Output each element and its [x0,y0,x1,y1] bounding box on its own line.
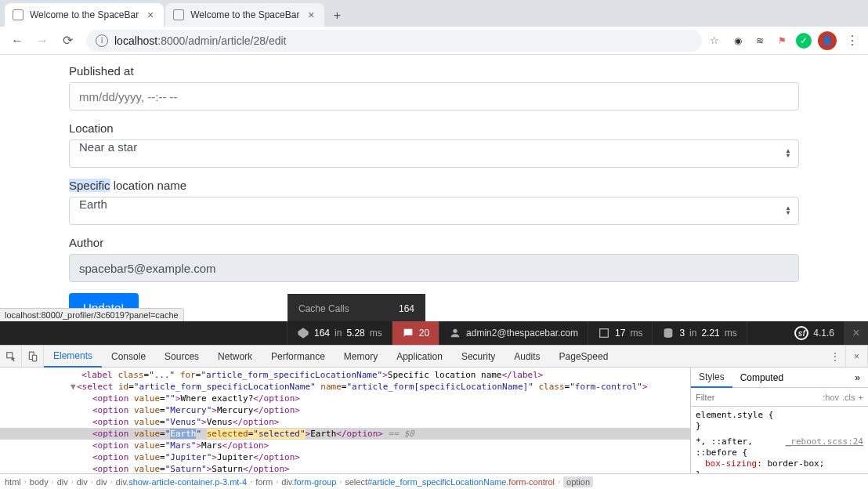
svg-rect-1 [600,329,609,338]
devtools-tab-console[interactable]: Console [102,346,155,368]
symfony-toolbar: 164 in 5.28 ms 20 admin2@thespacebar.com… [0,321,868,345]
location-select[interactable]: Near a star [69,139,799,168]
sf-time-panel[interactable]: 17 ms [588,321,653,345]
browser-toolbar: ← → ⟳ i localhost:8000/admin/article/28/… [0,27,868,55]
devtools-tab-pagespeed[interactable]: PageSpeed [550,346,618,368]
breadcrumb-item[interactable]: html [5,477,21,487]
devtools-tab-application[interactable]: Application [387,346,452,368]
user-icon [449,327,461,339]
bookmark-icon[interactable]: ☆ [710,34,719,46]
devtools-tab-security[interactable]: Security [452,346,505,368]
layers-icon [297,327,309,339]
browser-tab-strip: Welcome to the SpaceBar × Welcome to the… [0,0,868,27]
computed-tab[interactable]: Computed [732,368,791,388]
cache-tooltip: Cache Calls164 Total time5.28 ms Cache h… [288,294,425,321]
close-icon[interactable]: × [306,9,316,20]
element-option-line[interactable]: <option value="Venus">Venus</option> [0,416,690,428]
elements-panel[interactable]: <label class="..." for="article_form_spe… [0,368,690,473]
sf-close-button[interactable]: × [844,321,868,345]
clock-icon [598,327,610,339]
devtools-tab-elements[interactable]: Elements [44,346,102,368]
breadcrumb-item[interactable]: form [255,477,273,487]
tooltip-label: Cache Calls [298,303,349,314]
ext-icon[interactable]: ◉ [730,33,746,49]
ext-icon[interactable]: ⚑ [774,33,790,49]
inspect-icon[interactable] [0,346,22,368]
element-option-line[interactable]: <option value="Saturn">Saturn</option> [0,463,690,473]
styles-rules[interactable]: element.style { } _reboot.scss:24*, ::af… [691,407,868,473]
devtools-close-icon[interactable]: × [846,346,868,368]
breadcrumb-item[interactable]: div.form-group [281,477,336,487]
breadcrumb-item[interactable]: select#article_form_specificLocationName… [345,477,555,487]
forward-button[interactable]: → [31,30,53,52]
specific-location-label: Specific location name [69,179,799,192]
breadcrumb-item[interactable]: div [57,477,68,487]
ext-icon[interactable]: ≋ [752,33,768,49]
site-info-icon[interactable]: i [96,34,108,47]
element-option-line[interactable]: <option value="Mercury">Mercury</option> [0,404,690,416]
svg-rect-5 [32,355,36,361]
ext-icon[interactable]: ✓ [796,33,812,49]
page-content: Published at Location Near a star ▲▼ Spe… [0,55,868,321]
devtools-tab-audits[interactable]: Audits [505,346,549,368]
sf-user-panel[interactable]: admin2@thespacebar.com [439,321,588,345]
page-icon [173,9,184,20]
add-rule-button[interactable]: + [859,393,863,402]
profile-avatar[interactable]: 👤 [818,31,837,50]
breadcrumb-item[interactable]: div.show-article-container.p-3.mt-4 [116,477,247,487]
devtools-tabs: ElementsConsoleSourcesNetworkPerformance… [0,346,868,368]
published-at-input[interactable] [69,82,799,110]
browser-tab[interactable]: Welcome to the SpaceBar × [5,3,164,27]
styles-filter-input[interactable] [696,393,819,402]
devtools-tab-sources[interactable]: Sources [155,346,208,368]
status-bar-url: localhost:8000/_profiler/3c6019?panel=ca… [0,308,184,321]
devtools-tab-memory[interactable]: Memory [335,346,387,368]
symfony-logo-icon: sf [794,326,808,340]
devtools-menu-icon[interactable]: ⋮ [824,346,846,368]
styles-panel: Styles Computed » :hov .cls + element.st… [690,368,868,473]
browser-tab[interactable]: Welcome to the SpaceBar × [165,3,324,27]
address-bar[interactable]: i localhost:8000/admin/article/28/edit [86,30,702,52]
published-at-label: Published at [69,64,799,78]
breadcrumb-item[interactable]: body [30,477,49,487]
breadcrumb-item[interactable]: div [96,477,107,487]
sf-blank [0,321,288,345]
new-tab-button[interactable]: + [326,5,348,27]
close-icon[interactable]: × [145,9,156,20]
element-option-line[interactable]: <option value="Mars">Mars</option> [0,440,690,451]
tab-title: Welcome to the SpaceBar [30,9,139,20]
cls-button[interactable]: .cls [842,393,855,402]
specific-location-select[interactable]: Earth [69,197,799,225]
element-option-line[interactable]: <option value="Jupiter">Jupiter</option> [0,451,690,463]
sf-version[interactable]: sf 4.1.6 [785,321,844,345]
author-label: Author [69,236,799,249]
url-host: localhost [114,34,157,47]
css-source-link[interactable]: _reboot.scss:24 [786,436,863,447]
devtools-tab-network[interactable]: Network [208,346,262,368]
author-input[interactable] [69,254,799,282]
sf-cache-panel[interactable]: 164 in 5.28 ms [288,321,392,345]
tooltip-value: 164 [399,303,414,314]
hov-button[interactable]: :hov [823,393,839,402]
sf-db-panel[interactable]: 3 in 2.21 ms [653,321,747,345]
elements-breadcrumb[interactable]: html›body›div›div›div›div.show-article-c… [0,473,868,489]
url-port: :8000 [157,34,185,47]
breadcrumb-item[interactable]: option [563,476,593,487]
element-option-line[interactable]: <option value="Earth" selected="selected… [0,428,690,440]
devtools-tab-performance[interactable]: Performance [262,346,335,368]
svg-point-0 [453,329,457,333]
tab-title: Welcome to the SpaceBar [190,9,299,20]
back-button[interactable]: ← [6,30,28,52]
element-option-line[interactable]: <option value="">Where exactly?</option> [0,393,690,404]
database-icon [662,327,675,339]
cache-count: 164 [314,328,330,339]
browser-menu-icon[interactable]: ⋮ [843,33,862,48]
more-tabs-icon[interactable]: » [847,368,868,388]
sf-depreciation-panel[interactable]: 20 [392,321,439,345]
chat-icon [402,327,414,339]
styles-tab[interactable]: Styles [691,368,732,388]
reload-button[interactable]: ⟳ [56,30,78,52]
page-icon [13,9,24,20]
breadcrumb-item[interactable]: div [77,477,88,487]
device-icon[interactable] [22,346,44,368]
